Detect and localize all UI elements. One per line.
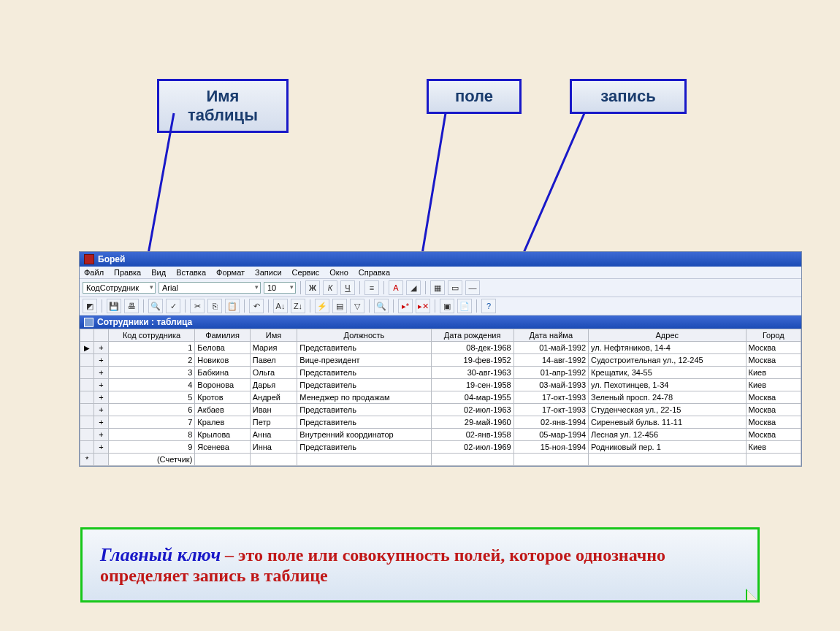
cell-pos[interactable]: Представитель: [297, 342, 431, 354]
expand-button[interactable]: +: [94, 342, 108, 354]
cell-fam[interactable]: Акбаев: [195, 404, 250, 416]
expand-button[interactable]: [94, 454, 108, 466]
cell-dob[interactable]: 30-авг-1963: [431, 367, 513, 379]
cell-hire[interactable]: 03-май-1993: [513, 379, 588, 391]
cell-fam[interactable]: Кротов: [195, 391, 250, 404]
col-pos[interactable]: Должность: [297, 329, 431, 342]
help-button[interactable]: ?: [481, 299, 496, 313]
cell-fam[interactable]: Воронова: [195, 379, 250, 391]
cell-pos[interactable]: Представитель: [297, 441, 431, 454]
cell-name[interactable]: Ольга: [250, 367, 297, 379]
cell-dob[interactable]: 29-май-1960: [431, 416, 513, 429]
filter-sel-button[interactable]: ⚡: [315, 299, 329, 313]
menubar[interactable]: Файл Правка Вид Вставка Формат Записи Се…: [80, 267, 801, 279]
cell-hire[interactable]: 15-ноя-1994: [513, 441, 588, 454]
table-row[interactable]: +4ВороноваДарьяПредставитель19-сен-19580…: [80, 379, 801, 391]
sort-desc-button[interactable]: Z↓: [291, 299, 305, 313]
cell-city[interactable]: Москва: [746, 391, 801, 404]
copy-button[interactable]: ⎘: [207, 299, 222, 313]
new-rec-button[interactable]: ▸*: [398, 299, 413, 313]
del-rec-button[interactable]: ▸✕: [416, 299, 430, 313]
new-obj-button[interactable]: 📄: [457, 299, 472, 313]
new-record-row[interactable]: *(Счетчик): [80, 454, 801, 466]
cell-addr[interactable]: Крещатик, 34-55: [589, 367, 747, 379]
menu-insert[interactable]: Вставка: [176, 268, 206, 277]
spelling-button[interactable]: ✓: [166, 299, 180, 313]
row-selector[interactable]: [80, 429, 94, 441]
cell-city[interactable]: Киев: [746, 379, 801, 391]
cell-name[interactable]: Инна: [250, 441, 297, 454]
cell-city[interactable]: Москва: [746, 354, 801, 367]
font-combo[interactable]: Arial: [159, 282, 261, 294]
cell-fam[interactable]: Новиков: [195, 354, 250, 367]
cell-pos[interactable]: Представитель: [297, 416, 431, 429]
menu-view[interactable]: Вид: [151, 268, 166, 277]
menu-edit[interactable]: Правка: [114, 268, 141, 277]
cell-dob[interactable]: 19-сен-1958: [431, 379, 513, 391]
field-combo[interactable]: КодСотрудник: [83, 282, 156, 294]
col-name[interactable]: Имя: [250, 329, 297, 342]
cell-fam[interactable]: Кралев: [195, 416, 250, 429]
cell-name[interactable]: Андрей: [250, 391, 297, 404]
cell-id[interactable]: 6: [108, 404, 195, 416]
cut-button[interactable]: ✂: [190, 299, 205, 313]
cell-pos[interactable]: Вице-президент: [297, 354, 431, 367]
expand-button[interactable]: +: [94, 429, 108, 441]
cell-pos[interactable]: Представитель: [297, 379, 431, 391]
row-selector[interactable]: [80, 391, 94, 404]
row-selector[interactable]: *: [80, 454, 94, 466]
col-id[interactable]: Код сотрудника: [108, 329, 195, 342]
fill-color-button[interactable]: ◢: [406, 280, 421, 295]
filter-toggle-button[interactable]: ▽: [350, 299, 364, 313]
table-row[interactable]: +9ЯсеневаИннаПредставитель02-июл-196915-…: [80, 441, 801, 454]
italic-button[interactable]: К: [323, 280, 337, 295]
cell-pos[interactable]: Представитель: [297, 404, 431, 416]
cell-dob[interactable]: 02-янв-1958: [431, 429, 513, 441]
col-hire[interactable]: Дата найма: [513, 329, 588, 342]
row-selector[interactable]: ▶: [80, 342, 94, 354]
row-selector[interactable]: [80, 379, 94, 391]
expand-button[interactable]: +: [94, 367, 108, 379]
sort-asc-button[interactable]: A↓: [273, 299, 288, 313]
col-dob[interactable]: Дата рождения: [431, 329, 513, 342]
cell-addr[interactable]: Зеленый просп. 24-78: [589, 391, 747, 404]
header-row[interactable]: Код сотрудника Фамилия Имя Должность Дат…: [80, 329, 801, 342]
cell-city[interactable]: Москва: [746, 416, 801, 429]
cell-id[interactable]: (Счетчик): [108, 454, 195, 466]
align-button[interactable]: ≡: [364, 280, 379, 295]
table-window-titlebar[interactable]: Сотрудники : таблица: [80, 316, 801, 329]
print-button[interactable]: 🖶: [124, 299, 139, 313]
row-selector[interactable]: [80, 354, 94, 367]
cell-dob[interactable]: 08-дек-1968: [431, 342, 513, 354]
font-color-button[interactable]: A: [389, 280, 403, 295]
menu-help[interactable]: Справка: [359, 268, 390, 277]
cell-id[interactable]: 8: [108, 429, 195, 441]
table-row[interactable]: +8КрыловаАннаВнутренний координатор02-ян…: [80, 429, 801, 441]
find-button[interactable]: 🔍: [374, 299, 389, 313]
row-selector[interactable]: [80, 367, 94, 379]
cell-id[interactable]: 7: [108, 416, 195, 429]
col-fam[interactable]: Фамилия: [195, 329, 250, 342]
col-addr[interactable]: Адрес: [589, 329, 747, 342]
table-row[interactable]: +6АкбаевИванПредставитель02-июл-196317-о…: [80, 404, 801, 416]
cell-id[interactable]: 3: [108, 367, 195, 379]
cell-hire[interactable]: 01-май-1992: [513, 342, 588, 354]
cell-fam[interactable]: Ясенева: [195, 441, 250, 454]
menu-format[interactable]: Формат: [216, 268, 245, 277]
expand-button[interactable]: +: [94, 354, 108, 367]
cell-name[interactable]: Петр: [250, 416, 297, 429]
cell-city[interactable]: Киев: [746, 441, 801, 454]
cell-id[interactable]: 4: [108, 379, 195, 391]
cell-fam[interactable]: Крылова: [195, 429, 250, 441]
cell-addr[interactable]: Судостроительная ул., 12-245: [589, 354, 747, 367]
table-row[interactable]: +2НовиковПавелВице-президент19-фев-19521…: [80, 354, 801, 367]
underline-button[interactable]: Ч: [340, 280, 355, 295]
preview-button[interactable]: 🔍: [148, 299, 163, 313]
col-city[interactable]: Город: [746, 329, 801, 342]
expand-button[interactable]: +: [94, 416, 108, 429]
size-combo[interactable]: 10: [264, 282, 296, 294]
cell-hire[interactable]: 05-мар-1994: [513, 429, 588, 441]
cell-city[interactable]: Москва: [746, 429, 801, 441]
cell-name[interactable]: Павел: [250, 354, 297, 367]
cell-dob[interactable]: 19-фев-1952: [431, 354, 513, 367]
